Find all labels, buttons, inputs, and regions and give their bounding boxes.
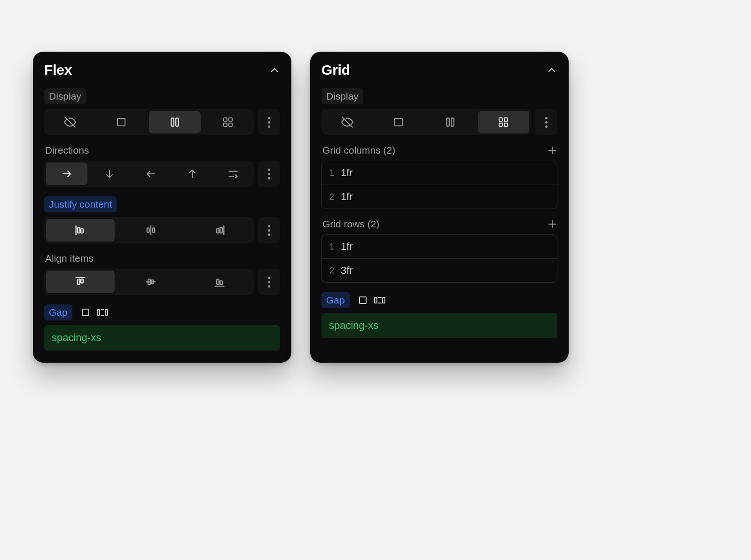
align-center-button[interactable]	[117, 269, 185, 295]
svg-rect-32	[82, 309, 89, 316]
more-vertical-icon	[545, 117, 548, 128]
display-menu-button[interactable]	[258, 109, 280, 135]
display-block-button[interactable]	[96, 109, 148, 135]
collapse-icon[interactable]	[269, 64, 280, 76]
justify-start-button[interactable]	[46, 219, 115, 241]
more-vertical-icon	[268, 169, 270, 179]
svg-rect-2	[171, 118, 173, 126]
display-label: Display	[44, 88, 86, 104]
direction-column-button[interactable]	[89, 161, 131, 187]
flex-panel-title: Flex	[44, 62, 72, 78]
align-menu-button[interactable]	[258, 269, 280, 295]
svg-rect-19	[153, 228, 155, 232]
add-row-button[interactable]	[547, 219, 557, 229]
grid-row-item[interactable]: 2 3fr	[322, 258, 557, 282]
track-value: 1fr	[341, 167, 353, 179]
direction-row-reverse-button[interactable]	[130, 161, 172, 187]
justify-center-icon	[144, 224, 157, 237]
square-icon	[116, 117, 127, 128]
more-vertical-icon	[268, 117, 270, 128]
more-vertical-icon	[268, 277, 270, 288]
grid-rows-list: 1 1fr 2 3fr	[321, 234, 557, 283]
align-end-button[interactable]	[185, 269, 254, 295]
svg-rect-41	[499, 118, 502, 121]
track-value: 1fr	[341, 241, 353, 253]
directions-label: Directions	[45, 145, 280, 156]
track-index: 2	[329, 192, 334, 202]
svg-rect-34	[105, 310, 108, 315]
grid-rows-label: Grid rows (2)	[322, 218, 379, 230]
gap-linked-icon[interactable]	[80, 307, 91, 318]
svg-rect-1	[117, 118, 125, 126]
track-index: 2	[329, 266, 334, 276]
align-segmented	[44, 269, 254, 295]
svg-rect-16	[81, 229, 83, 233]
svg-rect-21	[220, 227, 222, 233]
grid-icon	[222, 117, 234, 128]
justify-start-icon	[74, 224, 87, 237]
track-index: 1	[329, 168, 334, 178]
svg-rect-25	[81, 279, 83, 283]
justify-menu-button[interactable]	[258, 217, 280, 243]
grid-columns-list: 1 1fr 2 1fr	[321, 161, 557, 209]
display-flex-button[interactable]	[149, 111, 201, 133]
grid-column-item[interactable]: 2 1fr	[322, 185, 557, 209]
justify-end-icon	[213, 224, 226, 237]
svg-rect-44	[504, 123, 508, 126]
justify-center-button[interactable]	[117, 217, 185, 243]
direction-row-button[interactable]	[46, 163, 87, 185]
arrow-up-icon	[187, 168, 198, 179]
display-menu-button[interactable]	[535, 109, 557, 135]
svg-rect-43	[499, 123, 502, 126]
svg-rect-42	[504, 118, 508, 121]
svg-rect-50	[375, 297, 377, 303]
columns-icon	[444, 116, 456, 128]
gap-independent-icon[interactable]	[373, 295, 386, 306]
align-start-button[interactable]	[46, 271, 115, 293]
grid-panel: Grid Display	[310, 52, 569, 363]
eye-off-icon	[341, 116, 353, 128]
svg-rect-40	[451, 118, 454, 126]
display-none-button[interactable]	[321, 109, 373, 135]
grid-icon	[498, 117, 509, 128]
direction-menu-button[interactable]	[258, 161, 280, 187]
grid-columns-label: Grid columns (2)	[322, 145, 395, 156]
svg-rect-49	[360, 297, 366, 303]
display-segmented	[321, 109, 531, 135]
direction-column-reverse-button[interactable]	[172, 161, 213, 187]
svg-rect-4	[224, 118, 227, 121]
grid-column-item[interactable]: 1 1fr	[322, 161, 557, 185]
display-grid-button[interactable]	[478, 111, 530, 133]
arrow-left-icon	[145, 168, 156, 179]
svg-rect-7	[229, 123, 232, 126]
display-block-button[interactable]	[373, 109, 425, 135]
display-grid-button[interactable]	[203, 109, 254, 135]
justify-end-button[interactable]	[185, 217, 254, 243]
grid-row-item[interactable]: 1 1fr	[322, 235, 557, 258]
direction-wrap-button[interactable]	[212, 161, 254, 187]
svg-rect-38	[395, 118, 402, 126]
more-vertical-icon	[268, 225, 270, 236]
svg-rect-3	[176, 118, 178, 126]
display-label: Display	[321, 88, 363, 104]
gap-value-input[interactable]: spacing-xs	[321, 313, 557, 338]
square-icon	[393, 117, 404, 128]
track-value: 1fr	[341, 191, 353, 203]
gap-label: Gap	[44, 304, 72, 320]
svg-rect-17	[147, 228, 149, 232]
columns-icon	[169, 116, 181, 128]
svg-rect-51	[383, 297, 385, 303]
align-items-label: Align items	[45, 253, 280, 264]
align-start-icon	[74, 275, 87, 288]
gap-linked-icon[interactable]	[357, 295, 368, 306]
collapse-icon[interactable]	[546, 64, 557, 76]
add-column-button[interactable]	[547, 145, 557, 156]
display-flex-button[interactable]	[424, 109, 476, 135]
justify-content-label: Justify content	[44, 196, 117, 212]
svg-rect-20	[217, 229, 219, 233]
flex-panel: Flex Display Di	[33, 52, 291, 363]
svg-rect-30	[220, 281, 222, 285]
gap-independent-icon[interactable]	[96, 307, 109, 318]
gap-value-input[interactable]: spacing-xs	[44, 325, 280, 350]
display-none-button[interactable]	[44, 109, 96, 135]
